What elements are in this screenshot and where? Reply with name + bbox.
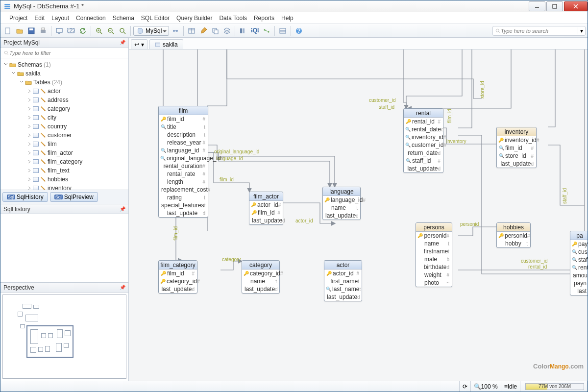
column-release_year[interactable]: release_year# (159, 139, 208, 147)
tree-table-country[interactable]: country (1, 122, 127, 131)
help-button[interactable]: ? (294, 25, 304, 36)
search-box[interactable]: ▾ (492, 26, 586, 36)
column-name[interactable]: namet (416, 240, 452, 247)
column-store_id[interactable]: 🔍store_id# (497, 152, 536, 160)
menu-edit[interactable]: Edit (34, 15, 45, 22)
tree-table-hobbies[interactable]: hobbies (1, 175, 127, 184)
column-film_id[interactable]: 🔍film_id# (497, 144, 536, 152)
column-firstname[interactable]: firstnamet (416, 247, 452, 255)
save-button[interactable] (26, 25, 37, 36)
layers-button[interactable] (221, 25, 232, 36)
sqlhistory-tab[interactable]: SqlSqlHistory (2, 192, 48, 202)
canvas[interactable]: customer_id staff_id film_id original_la… (129, 49, 588, 381)
column-name[interactable]: namet (323, 204, 360, 212)
column-rental_date[interactable]: 🔍rental_dated (404, 125, 443, 133)
column-original_language_id[interactable]: 🔍original_language_id# (159, 154, 208, 162)
open-button[interactable] (14, 25, 25, 36)
edit-tool-button[interactable] (198, 25, 209, 36)
tree-table-inventory[interactable]: inventory (1, 184, 127, 190)
column-name[interactable]: namet (242, 277, 279, 285)
maximize-button[interactable] (546, 1, 563, 11)
column-last_update[interactable]: last_updated (404, 165, 443, 172)
entity-rental[interactable]: rental🔑rental_id#🔍rental_dated🔍inventory… (403, 108, 443, 173)
tree-table-film_text[interactable]: film_text (1, 166, 127, 175)
column-last_update[interactable]: last_updated (242, 285, 279, 293)
column-actor_id[interactable]: 🔑actor_id# (324, 270, 362, 277)
entity-hobbies[interactable]: hobbies🔑personid#hobbyt (496, 222, 531, 248)
column-description[interactable]: descriptiont (159, 131, 208, 139)
zoom-in-button[interactable] (94, 25, 104, 36)
filter-box[interactable] (0, 48, 128, 58)
column-personid[interactable]: 🔑personid# (416, 232, 452, 240)
column-payn[interactable]: 🔑payn (570, 240, 588, 248)
column-special_features[interactable]: special_featurest (159, 201, 208, 209)
print-button[interactable] (38, 25, 49, 36)
column-personid[interactable]: 🔑personid# (497, 232, 530, 240)
column-last_name[interactable]: 🔍last_namet (324, 285, 362, 293)
column-inventory_id[interactable]: 🔑inventory_id# (497, 136, 536, 144)
tree-table-film_category[interactable]: film_category (1, 157, 127, 166)
menu-datatools[interactable]: Data Tools (219, 15, 246, 22)
column-payn[interactable]: payn (570, 279, 588, 287)
column-actor_id[interactable]: 🔑actor_id# (249, 201, 283, 209)
menu-connection[interactable]: Connection (76, 15, 106, 22)
column-return_date[interactable]: return_dated (404, 149, 443, 157)
column-cust[interactable]: 🔍cust (570, 248, 588, 256)
column-last_update[interactable]: last_updated (249, 217, 283, 224)
tree-table-film_actor[interactable]: film_actor (1, 148, 127, 157)
tree-schema-sakila[interactable]: sakila (1, 69, 127, 78)
zoom-out-button[interactable] (105, 25, 116, 36)
table-tool-button[interactable] (186, 25, 197, 36)
pin-icon[interactable]: 📌 (120, 40, 125, 45)
refresh-button[interactable] (77, 25, 88, 36)
column-title[interactable]: 🔍titlet (159, 123, 208, 131)
column-rental_rate[interactable]: rental_rate# (159, 170, 208, 178)
sqlpreview-tab[interactable]: SqlSqlPreview (50, 192, 98, 202)
screen-button[interactable] (54, 25, 65, 36)
tree-table-city[interactable]: city (1, 113, 127, 122)
status-refresh[interactable]: ⟳ (460, 381, 471, 392)
entity-actor[interactable]: actor🔑actor_id#first_namet🔍last_nametlas… (324, 260, 362, 301)
minimap[interactable] (2, 294, 126, 379)
column-category_id[interactable]: 🔑category_id# (242, 270, 279, 277)
column-inventory_id[interactable]: 🔍inventory_id# (404, 133, 443, 141)
column-weight[interactable]: weight# (416, 271, 452, 279)
minimize-button[interactable] (529, 1, 545, 11)
menu-reports[interactable]: Reports (254, 15, 274, 22)
pin-icon[interactable]: 📌 (120, 285, 125, 290)
entity-film_category[interactable]: film_category🔑film_id#🔑category_id#last_… (158, 260, 197, 294)
columns-button[interactable] (238, 25, 248, 36)
diagram-tab-sakila[interactable]: sakila (149, 39, 183, 49)
back-tab-button[interactable]: ↩▾ (131, 39, 147, 49)
menu-help[interactable]: Help (281, 15, 294, 22)
tree-tables-node[interactable]: Tables (24) (1, 78, 127, 87)
tree-table-address[interactable]: address (1, 96, 127, 104)
filter-input[interactable] (9, 50, 125, 56)
database-combo[interactable]: MySql (133, 26, 169, 36)
column-hobby[interactable]: hobbyt (497, 240, 530, 247)
column-first_name[interactable]: first_namet (324, 277, 362, 285)
column-male[interactable]: maleb (416, 255, 452, 263)
column-film_id[interactable]: 🔑film_id# (159, 115, 208, 123)
column-last_update[interactable]: last_updated (323, 212, 360, 220)
column-last_update[interactable]: last_updated (159, 285, 197, 293)
tree-table-actor[interactable]: actor (1, 87, 127, 96)
copy-tool-button[interactable] (210, 25, 220, 36)
entity-film_actor[interactable]: film_actor🔑actor_id#🔑film_id#last_update… (249, 192, 283, 225)
close-button[interactable] (564, 1, 588, 11)
column-staf[interactable]: 🔍staf (570, 256, 588, 264)
column-category_id[interactable]: 🔑category_id# (159, 277, 197, 285)
search-dropdown-icon[interactable]: ▾ (578, 27, 583, 34)
pin-icon[interactable]: 📌 (120, 206, 125, 212)
column-rental_id[interactable]: 🔑rental_id# (404, 118, 443, 125)
search-input[interactable] (501, 28, 578, 34)
entity-category[interactable]: category🔑category_id#nametlast_updated (242, 260, 280, 294)
menu-querybuilder[interactable]: Query Builder (176, 15, 212, 22)
column-rental_duration[interactable]: rental_duration# (159, 162, 208, 170)
column-language_id[interactable]: 🔑language_id# (323, 196, 360, 204)
menu-schema[interactable]: Schema (113, 15, 134, 22)
column-photo[interactable]: photo~ (416, 279, 452, 287)
column-rent[interactable]: 🔍rent (570, 264, 588, 271)
entity-payment[interactable]: pa🔑payn🔍cust🔍staf🔍rentamoupaynlast (570, 231, 588, 295)
column-language_id[interactable]: 🔍language_id# (159, 147, 208, 154)
